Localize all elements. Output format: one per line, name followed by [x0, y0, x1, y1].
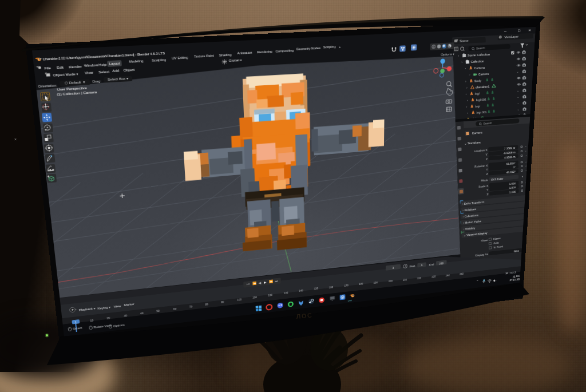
svg-text:×: ×: [14, 137, 17, 141]
svg-text:ЛOC: ЛOC: [296, 312, 313, 320]
